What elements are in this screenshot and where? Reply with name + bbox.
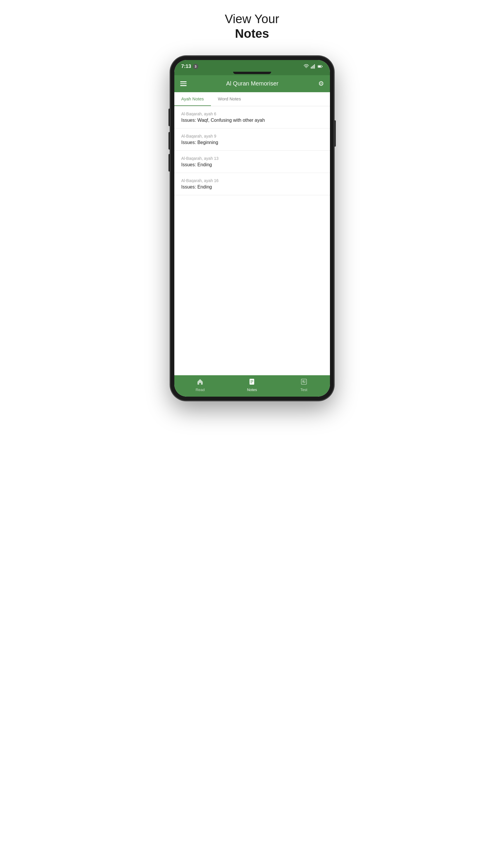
phone-frame: 7:13 3 [170,56,334,401]
phone-screen: 7:13 3 [174,60,330,397]
svg-rect-8 [250,380,253,381]
note-item-1[interactable]: Al-Baqarah, ayah 9 Issues: Beginning [174,128,330,151]
nav-label-notes: Notes [247,388,257,392]
status-icons [304,64,323,69]
nav-item-notes[interactable]: Notes [226,378,278,392]
note-location-2: Al-Baqarah, ayah 13 [181,156,323,161]
wifi-icon [304,64,309,69]
svg-rect-5 [318,66,321,67]
app-bar: Al Quran Memoriser ⚙ [174,75,330,92]
note-item-3[interactable]: Al-Baqarah, ayah 16 Issues: Ending [174,173,330,195]
tabs-row: Ayah Notes Word Notes [174,92,330,106]
settings-icon[interactable]: ⚙ [318,80,324,88]
page-heading: View Your Notes [224,12,279,41]
note-text-0: Issues: Waqf, Confusing with other ayah [181,118,323,123]
note-location-1: Al-Baqarah, ayah 9 [181,134,323,138]
bottom-nav: Read Notes [174,375,330,397]
home-icon [197,378,203,386]
svg-rect-0 [311,67,311,69]
notes-icon [248,378,255,386]
note-text-1: Issues: Beginning [181,140,323,145]
svg-rect-12 [303,381,304,382]
svg-rect-15 [303,382,305,383]
test-icon [301,378,307,386]
tab-ayah-notes[interactable]: Ayah Notes [174,92,211,106]
status-time: 7:13 [181,64,191,69]
svg-rect-9 [250,381,253,382]
svg-rect-6 [322,66,322,67]
note-item-0[interactable]: Al-Baqarah, ayah 6 Issues: Waqf, Confusi… [174,106,330,128]
nav-item-test[interactable]: Test [278,378,330,392]
menu-button[interactable] [180,81,187,86]
note-text-2: Issues: Ending [181,162,323,168]
svg-rect-11 [301,379,307,384]
notch-bar [233,72,271,74]
nav-label-test: Test [301,388,307,392]
svg-rect-10 [250,383,252,383]
notch [174,72,330,75]
status-bar: 7:13 3 [174,60,330,72]
tab-word-notes[interactable]: Word Notes [211,92,248,106]
battery-icon [318,64,323,69]
note-location-3: Al-Baqarah, ayah 16 [181,178,323,183]
note-item-2[interactable]: Al-Baqarah, ayah 13 Issues: Ending [174,151,330,173]
note-location-0: Al-Baqarah, ayah 6 [181,111,323,116]
svg-rect-1 [312,66,312,69]
page-title-line2: Notes [224,27,279,41]
note-text-3: Issues: Ending [181,185,323,190]
status-time-group: 7:13 3 [181,64,198,69]
signal-icon [311,64,316,69]
notes-list: Al-Baqarah, ayah 6 Issues: Waqf, Confusi… [174,106,330,375]
page-title-line1: View Your [224,12,279,26]
nav-item-read[interactable]: Read [174,378,226,392]
nav-label-read: Read [196,388,205,392]
svg-rect-14 [305,381,305,382]
svg-rect-2 [313,65,313,69]
app-bar-title: Al Quran Memoriser [226,80,278,87]
notification-badge: 3 [193,64,198,69]
svg-rect-13 [305,381,305,381]
svg-rect-3 [314,64,315,69]
